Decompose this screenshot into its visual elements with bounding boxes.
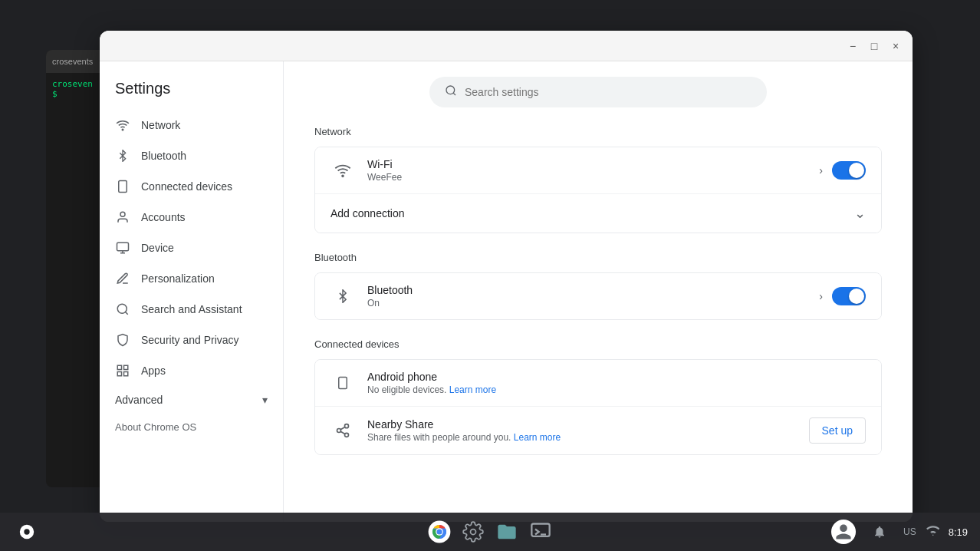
chrome-app-icon[interactable] bbox=[426, 518, 453, 546]
sidebar-label-accounts: Accounts bbox=[141, 211, 186, 223]
bluetooth-content: Bluetooth On bbox=[367, 284, 819, 308]
accounts-icon bbox=[115, 210, 130, 225]
time-text: 8:19 bbox=[949, 526, 968, 538]
svg-rect-11 bbox=[124, 372, 128, 376]
sidebar-item-search-assistant[interactable]: Search and Assistant bbox=[100, 294, 277, 325]
time-display: 8:19 bbox=[949, 526, 968, 538]
sidebar-item-network[interactable]: Network bbox=[100, 110, 277, 140]
add-connection-text: Add connection bbox=[331, 207, 854, 219]
terminal-app-icon[interactable] bbox=[527, 518, 554, 546]
bluetooth-row-subtitle: On bbox=[367, 298, 819, 308]
launcher-button[interactable] bbox=[12, 517, 41, 546]
wifi-toggle[interactable] bbox=[832, 161, 866, 180]
nearby-share-learn-more[interactable]: Learn more bbox=[514, 432, 561, 443]
network-icon bbox=[115, 117, 130, 133]
android-phone-subtitle: No eligible devices. Learn more bbox=[367, 384, 866, 395]
bluetooth-card: Bluetooth On › bbox=[314, 272, 882, 320]
sidebar-item-bluetooth[interactable]: Bluetooth bbox=[100, 140, 277, 171]
nearby-share-title: Nearby Share bbox=[367, 418, 809, 431]
search-bar-container bbox=[314, 77, 882, 107]
sidebar-item-apps[interactable]: Apps bbox=[100, 355, 277, 386]
taskbar: US 8:19 bbox=[0, 513, 980, 551]
close-button[interactable]: × bbox=[888, 38, 903, 54]
svg-point-3 bbox=[120, 212, 125, 216]
android-phone-content: Android phone No eligible devices. Learn… bbox=[367, 371, 866, 395]
minimize-button[interactable]: − bbox=[845, 38, 860, 54]
svg-point-24 bbox=[24, 529, 29, 534]
search-input[interactable] bbox=[465, 86, 751, 98]
wifi-title: Wi-Fi bbox=[367, 158, 819, 170]
bluetooth-row[interactable]: Bluetooth On › bbox=[315, 273, 881, 319]
maximize-button[interactable]: □ bbox=[867, 38, 882, 54]
wifi-icon bbox=[331, 158, 355, 183]
svg-line-21 bbox=[340, 431, 345, 434]
android-phone-title: Android phone bbox=[367, 371, 866, 383]
network-section-title: Network bbox=[314, 126, 882, 137]
terminal-title: crosevents bbox=[52, 57, 93, 66]
add-connection-row[interactable]: Add connection ⌄ bbox=[315, 194, 881, 233]
svg-point-7 bbox=[117, 304, 127, 313]
search-assistant-icon bbox=[115, 302, 130, 317]
sidebar-item-personalization[interactable]: Personalization bbox=[100, 263, 277, 294]
android-phone-icon bbox=[331, 371, 355, 395]
about-label: About Chrome OS bbox=[115, 421, 196, 433]
bluetooth-chevron-icon: › bbox=[819, 290, 823, 302]
bluetooth-icon bbox=[115, 148, 130, 163]
svg-line-22 bbox=[340, 427, 345, 429]
personalization-icon bbox=[115, 271, 130, 286]
svg-line-14 bbox=[453, 93, 455, 95]
window-titlebar: − □ × bbox=[100, 31, 913, 61]
taskbar-right: US 8:19 bbox=[831, 517, 968, 546]
svg-point-0 bbox=[122, 129, 123, 130]
network-card: Wi-Fi WeeFee › Add connection ⌄ bbox=[314, 147, 882, 233]
sidebar-item-connected-devices[interactable]: Connected devices bbox=[100, 171, 277, 202]
svg-rect-12 bbox=[117, 372, 121, 376]
settings-body: Settings Network bbox=[100, 61, 913, 522]
sidebar-item-device[interactable]: Device bbox=[100, 233, 277, 263]
nearby-share-subtitle: Share files with people around you. Lear… bbox=[367, 432, 809, 443]
sidebar-label-bluetooth: Bluetooth bbox=[141, 150, 186, 162]
tray-notifications-icon[interactable] bbox=[865, 517, 894, 546]
sidebar-label-personalization: Personalization bbox=[141, 272, 215, 285]
bluetooth-toggle[interactable] bbox=[832, 287, 866, 305]
nearby-share-setup-button[interactable]: Set up bbox=[809, 417, 866, 444]
wifi-controls: › bbox=[819, 161, 866, 180]
android-phone-learn-more[interactable]: Learn more bbox=[449, 384, 496, 395]
search-bar bbox=[429, 77, 767, 107]
sidebar-item-security-privacy[interactable]: Security and Privacy bbox=[100, 325, 277, 355]
nearby-share-content: Nearby Share Share files with people aro… bbox=[367, 418, 809, 443]
sidebar-label-network: Network bbox=[141, 119, 180, 131]
search-icon bbox=[445, 84, 457, 100]
nearby-share-row: Nearby Share Share files with people aro… bbox=[315, 407, 881, 454]
main-content: Network Wi-Fi W bbox=[284, 61, 913, 522]
wifi-status-icon bbox=[926, 524, 939, 540]
svg-point-19 bbox=[337, 429, 341, 433]
connected-devices-icon bbox=[115, 179, 130, 194]
files-app-icon[interactable] bbox=[493, 518, 521, 546]
sidebar-label-device: Device bbox=[141, 242, 174, 254]
settings-window: − □ × Settings Network bbox=[100, 31, 913, 522]
sidebar-item-about[interactable]: About Chrome OS bbox=[100, 414, 283, 440]
android-phone-row[interactable]: Android phone No eligible devices. Learn… bbox=[315, 360, 881, 407]
sidebar-item-advanced[interactable]: Advanced ▾ bbox=[100, 386, 283, 414]
sidebar-title: Settings bbox=[100, 74, 283, 110]
svg-rect-10 bbox=[124, 365, 128, 369]
svg-rect-9 bbox=[117, 365, 121, 369]
advanced-chevron-icon: ▾ bbox=[262, 394, 268, 406]
wifi-row[interactable]: Wi-Fi WeeFee › bbox=[315, 147, 881, 194]
sidebar-label-connected-devices: Connected devices bbox=[141, 180, 232, 193]
wifi-content: Wi-Fi WeeFee bbox=[367, 158, 819, 183]
sidebar-item-accounts[interactable]: Accounts bbox=[100, 202, 277, 233]
wifi-subtitle: WeeFee bbox=[367, 172, 819, 183]
apps-icon bbox=[115, 363, 130, 378]
wifi-chevron-icon: › bbox=[819, 164, 823, 177]
sidebar-label-security-privacy: Security and Privacy bbox=[141, 334, 239, 346]
bluetooth-section: Bluetooth Bluetooth On › bbox=[314, 252, 882, 320]
language-indicator: US bbox=[903, 526, 916, 537]
taskbar-center bbox=[426, 518, 554, 546]
svg-point-28 bbox=[436, 529, 442, 534]
nearby-share-icon bbox=[331, 418, 355, 443]
settings-app-icon[interactable] bbox=[459, 518, 487, 546]
user-avatar[interactable] bbox=[831, 520, 856, 544]
bluetooth-row-icon bbox=[331, 284, 355, 308]
